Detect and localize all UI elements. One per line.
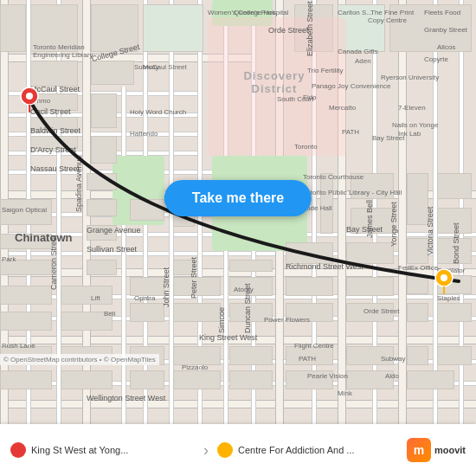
- start-stop-icon: [10, 442, 26, 458]
- aden-label: Aden: [355, 57, 371, 65]
- map-container: College Street McCaul Street Cecil Stree…: [0, 0, 476, 424]
- to-label: Centre For Addiction And ...: [238, 444, 355, 456]
- start-pin: [19, 87, 40, 113]
- mcaul-label: McCaul Street: [143, 63, 187, 71]
- arrow-icon: ›: [195, 441, 217, 460]
- ryerson-label: Ryerson University: [381, 74, 439, 81]
- moovit-logo: m moovit: [407, 438, 466, 462]
- bottom-bar: King St West at Yong... › Centre For Add…: [0, 424, 476, 476]
- discovery-district: [208, 17, 346, 156]
- moovit-text: moovit: [434, 445, 466, 455]
- route-to: Centre For Addiction And ...: [217, 442, 402, 458]
- route-from: King St West at Yong...: [10, 442, 195, 458]
- end-stop-icon: [217, 442, 233, 458]
- from-label: King St West at Yong...: [31, 444, 128, 456]
- moovit-icon: m: [407, 438, 431, 462]
- take-me-there-button[interactable]: Take me there: [164, 180, 312, 216]
- end-pin: [434, 268, 454, 294]
- svg-point-3: [441, 274, 447, 281]
- svg-point-1: [26, 93, 33, 100]
- map-copyright: © OpenStreetMap contributors • © OpenMap…: [0, 354, 159, 365]
